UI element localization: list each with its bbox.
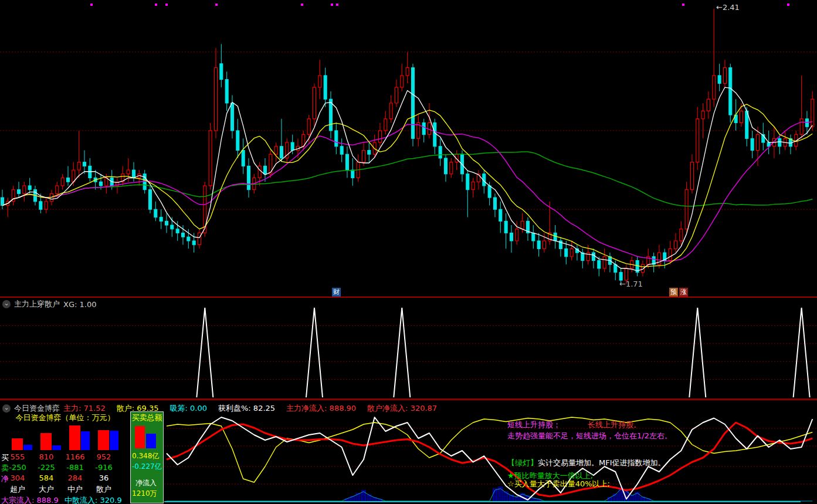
signal-panel: ⌄ 主力上穿散户 XG: 1.00 [0,298,817,402]
sell-bar [81,431,90,450]
sell-total: -0.227亿 [132,462,162,472]
sell-row: 卖 -250 -225 -881 -916 [0,463,130,473]
advice-line-2: 走势趋强量能不足，短线进场，仓位在1/2左右。 [507,431,672,441]
collapse-chevron-icon[interactable]: ⌄ [2,404,11,413]
news-tag-zhang[interactable]: 涨 [679,288,688,297]
news-tag-yu[interactable]: 预 [669,288,678,297]
buy-bar [98,430,109,450]
fund-panel-header: ⌄ 今日资金博弈 主力: 71.52 散户: 69.35 吸筹: 0.00 获利… [2,403,445,414]
signal-panel-header: ⌄ 主力上穿散户 XG: 1.00 [2,299,96,309]
advice-line-5: ☆买入量大于卖出量40%以上; [507,479,610,489]
trade-total-box: 买卖总额 0.348亿 -0.227亿 净流入 1210万 [130,411,164,503]
advice-line-3: 【绿灯】实计交易量增加。MFI促进指数增加。 [507,458,666,468]
price-annotation-low: ←1.71 [619,280,643,288]
kline-panel: ←2.41 ←1.71 财 预 涨 [0,0,817,297]
net-flow-value: 1210万 [132,489,157,499]
signal-title: 主力上穿散户 [14,299,60,309]
net-row: 净 304 584 284 36 [0,474,130,483]
sell-bar [52,445,61,450]
zhongsan-flow: 中散流入: 320.9 [65,495,122,504]
fund-title: 今日资金博弈 [14,403,60,414]
stat-huolipan: 获利盘%: 82.25 [218,403,275,414]
buy-total-bar [135,426,145,448]
fund-panel: ⌄ 今日资金博弈 主力: 71.52 散户: 69.35 吸筹: 0.00 获利… [0,402,817,504]
buy-bar [40,433,52,450]
signal-xg-value: XG: 1.00 [63,300,96,309]
buy-bar [69,425,80,450]
dazong-flow: 大宗流入: 888.9 [1,495,59,504]
kline-chart[interactable] [0,0,817,297]
group-labels-row: 超户 大户 中户 散户 [0,484,130,494]
net-flow-label: 净流入 [135,478,157,488]
sell-total-bar [146,434,156,448]
buy-row: 买 555 810 1166 952 [0,452,130,462]
sell-bar [23,445,32,450]
stat-sanhu-netflow: 散户净流入: 320.87 [367,403,437,414]
stat-zhuli-netflow: 主力净流入: 888.90 [286,403,356,414]
stat-sanhu: 散户: 69.35 [117,403,159,414]
fund-flow-chart[interactable] [164,411,817,504]
stat-xichou: 吸筹: 0.00 [170,403,207,414]
signal-chart[interactable] [0,298,817,402]
trading-app-window: ←2.41 ←1.71 财 预 涨 ⌄ 主力上穿散户 XG: 1.00 ⌄ 今日… [0,0,817,504]
fund-info-box: 今日资金博弈（单位：万元） 买 555 810 1166 952 卖 -250 … [0,411,130,504]
buy-bar [12,438,23,450]
total-box-title: 买卖总额 [131,413,163,423]
news-tag-cai[interactable]: 财 [332,288,341,297]
stat-zhuli: 主力: 71.52 [63,403,106,414]
buy-total: 0.348亿 [132,451,159,461]
sell-bar [110,431,118,450]
price-annotation-high: ←2.41 [716,3,740,12]
collapse-chevron-icon[interactable]: ⌄ [2,300,11,308]
fund-box-title: 今日资金博弈（单位：万元） [0,413,130,423]
advice-line-1: 短线上升持股；长线上升持股。 [507,420,641,430]
